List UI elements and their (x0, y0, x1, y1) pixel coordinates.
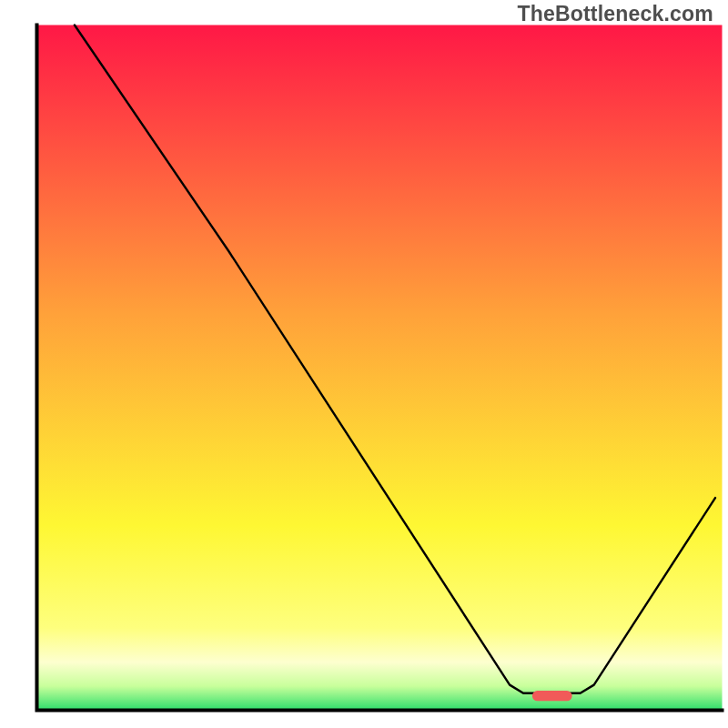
chart-svg (0, 0, 728, 728)
marker-pill (532, 691, 572, 701)
chart-container: TheBottleneck.com (0, 0, 728, 728)
plot-background (37, 25, 723, 711)
watermark-text: TheBottleneck.com (517, 2, 713, 26)
